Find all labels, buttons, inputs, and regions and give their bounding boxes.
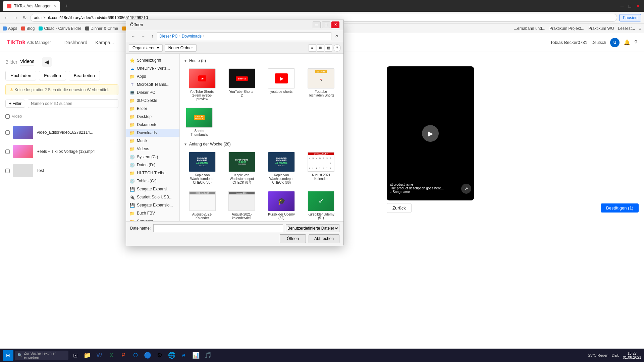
back-btn[interactable]: Zurück: [387, 203, 412, 213]
breadcrumb-downloads[interactable]: Downloads: [182, 34, 202, 39]
file-divid-88[interactable]: DIVIDENDEN EINNAHMEN 44,65€/MO. JULI 202…: [184, 150, 221, 186]
bookmark-dinner[interactable]: Dinner & Crime: [85, 26, 118, 31]
dialog-close-btn[interactable]: ✕: [331, 21, 339, 28]
view-list-btn[interactable]: ≡: [309, 44, 316, 52]
file-item-yt2[interactable]: Shorts YouTube-Shorts-2: [223, 66, 260, 103]
sidebar-teams[interactable]: T Microsoft Teams...: [126, 80, 179, 88]
organize-btn[interactable]: Organisieren ▾: [129, 44, 163, 52]
taskbar-app5[interactable]: 🔵: [142, 350, 153, 361]
taskbar-app9[interactable]: 🎵: [203, 350, 213, 361]
sidebar-dokumente[interactable]: 📁 Dokumente: [126, 121, 179, 129]
file-item-cal1[interactable]: 557,42€ 📅 Youtube Hochladen Shorts: [303, 66, 339, 103]
taskbar-outlook[interactable]: O: [130, 350, 141, 361]
confirm-btn[interactable]: Bestätigen (1): [601, 203, 639, 213]
sidebar-seagate2[interactable]: 💾 Seagate Expansio...: [126, 201, 179, 209]
sidebar-quick-access[interactable]: ⭐ Schnellzugriff: [126, 56, 179, 64]
bookmark-praktikum2[interactable]: Praktikum WU: [588, 26, 614, 31]
reload-btn[interactable]: ↻: [21, 14, 28, 22]
video-3-checkbox[interactable]: [5, 169, 10, 173]
bookmark-blog[interactable]: Blog: [21, 26, 35, 31]
file-cal-aug-de1[interactable]: August 2021 August-2021-kalender-de1: [223, 189, 260, 221]
dialog-forward-btn[interactable]: →: [139, 33, 148, 40]
sidebar-musik[interactable]: 📁 Musik: [126, 137, 179, 145]
bookmark-apps[interactable]: Apps: [3, 26, 17, 31]
filter-btn[interactable]: + Filter: [5, 100, 25, 108]
share-icon[interactable]: ↗: [461, 184, 471, 194]
video-2-checkbox[interactable]: [5, 149, 10, 154]
cancel-btn[interactable]: Abbrechen: [309, 234, 339, 243]
bookmark-lese[interactable]: Leselist...: [618, 26, 635, 31]
tab-close-btn[interactable]: ✕: [53, 4, 56, 8]
maximize-btn[interactable]: □: [627, 2, 633, 10]
sidebar-onedrive[interactable]: ☁ OneDrive - Wirts...: [126, 64, 179, 72]
sidebar-hitech[interactable]: 📁 HI-TECH Treiber: [126, 169, 179, 177]
video-1-checkbox[interactable]: [5, 130, 10, 135]
play-button[interactable]: ▶: [422, 125, 439, 142]
view-grid-btn[interactable]: ⊞: [317, 44, 324, 52]
view-details-btn[interactable]: ▤: [325, 44, 332, 52]
taskbar-powerpoint[interactable]: P: [118, 350, 129, 361]
new-folder-btn[interactable]: Neuer Ordner: [165, 44, 197, 52]
filetype-select[interactable]: Benutzerdefinierte Dateien: [286, 224, 339, 232]
file-kurs-51[interactable]: ✓ Kursbilder Udemy (51): [303, 189, 339, 221]
dialog-back-btn[interactable]: ←: [129, 33, 138, 40]
bookmark-canva[interactable]: Cload - Canva Bilder: [39, 26, 81, 31]
sidebar-downloads[interactable]: 📁 Downloads: [126, 129, 179, 137]
taskbar-task-view[interactable]: ⊡: [70, 350, 80, 361]
taskbar-app8[interactable]: 📊: [191, 350, 201, 361]
forward-btn[interactable]: →: [12, 14, 19, 22]
sidebar-seagate1[interactable]: 💾 Seagate Expansi...: [126, 185, 179, 193]
section-woche-header[interactable]: ▼ Anfang der Woche (28): [182, 140, 341, 148]
tab-videos[interactable]: Videos: [20, 59, 35, 65]
open-btn[interactable]: Öffnen: [280, 234, 306, 243]
file-item-yt1[interactable]: ▶ YouTube-Shorts-2-rem ovebg-preview: [184, 66, 221, 103]
file-cal-aug-2021-2[interactable]: 2021 AUGUST August-2021-Kalender: [184, 189, 221, 221]
close-btn[interactable]: ✕: [635, 2, 641, 10]
active-tab[interactable]: TikTok Ads-Manager ✕: [3, 1, 60, 11]
minimize-btn[interactable]: ─: [619, 2, 625, 10]
bookmark-praktikum1[interactable]: Praktikum Projekt...: [549, 26, 584, 31]
bookmark-more[interactable]: »: [639, 26, 641, 31]
taskbar-excel[interactable]: X: [106, 350, 117, 361]
sidebar-apps[interactable]: 📁 Apps: [126, 72, 179, 80]
left-arrow-btn[interactable]: ◀: [42, 57, 52, 67]
dialog-maximize-btn[interactable]: □: [322, 21, 330, 28]
refresh-btn[interactable]: ↻: [333, 32, 341, 40]
search-input[interactable]: [28, 99, 118, 108]
upload-btn[interactable]: Hochladen: [5, 71, 36, 80]
sidebar-system-c[interactable]: 💿 System (C:): [126, 153, 179, 161]
nav-kampagne[interactable]: Kampa...: [95, 40, 114, 45]
taskbar-chrome[interactable]: 🌐: [166, 350, 177, 361]
help-btn[interactable]: ?: [333, 44, 341, 52]
file-item-shorts-thumb[interactable]: AKTIENIMOGEN Shorts Thumbnails: [184, 106, 215, 138]
taskbar-explorer[interactable]: 📁: [82, 350, 93, 361]
nav-dashboard[interactable]: Dashboard: [64, 40, 88, 45]
sidebar-bilder[interactable]: 📁 Bilder: [126, 105, 179, 113]
sidebar-gewerbe[interactable]: 📁 Gewerbe: [126, 217, 179, 221]
filename-input[interactable]: [153, 224, 283, 232]
file-kurs-52[interactable]: 🎓 Kursbilder Udemy (52): [263, 189, 300, 221]
bookmark-bahn[interactable]: ...ernabahn und...: [514, 26, 545, 31]
file-cal-aug-2021[interactable]: 2021 AUGUST MDMDFSS 1 2345678 August 202…: [303, 150, 339, 186]
dialog-minimize-btn[interactable]: ─: [313, 21, 321, 28]
dialog-up-btn[interactable]: ↑: [149, 33, 156, 40]
back-btn[interactable]: ←: [3, 14, 10, 22]
taskbar-search[interactable]: 🔍 Zur Suche Text hier eingeben: [15, 351, 68, 360]
file-divid-86[interactable]: DIVIDENDEN EINNAHMEN 40,29€/MO. JUNI 202…: [263, 150, 300, 186]
pause-btn[interactable]: Pausiert: [619, 14, 641, 21]
edit-btn[interactable]: Bearbeiten: [69, 71, 100, 80]
tab-bilder[interactable]: Bilder: [5, 59, 17, 65]
select-all-checkbox[interactable]: [5, 114, 10, 119]
sidebar-this-pc[interactable]: 💻 Dieser PC: [126, 88, 179, 97]
file-divid-87[interactable]: DEPOT UPDATE +2.225€ JUNI 2021 Kopie von…: [223, 150, 260, 186]
sidebar-scarlett[interactable]: 🔌 Scarlett Solo USB...: [126, 193, 179, 201]
new-tab-btn[interactable]: +: [63, 3, 70, 9]
create-btn[interactable]: Erstellen: [39, 71, 66, 80]
sidebar-3d[interactable]: 📁 3D-Objekte: [126, 97, 179, 105]
taskbar-word[interactable]: W: [94, 350, 105, 361]
taskbar-app6[interactable]: ⚙: [154, 350, 165, 361]
taskbar-edge[interactable]: e: [178, 350, 189, 361]
sidebar-tobias-g[interactable]: 💿 Tobias (G:): [126, 177, 179, 185]
section-heute-header[interactable]: ▼ Heute (5): [182, 56, 341, 65]
breadcrumb-pc[interactable]: Dieser PC: [159, 34, 178, 39]
